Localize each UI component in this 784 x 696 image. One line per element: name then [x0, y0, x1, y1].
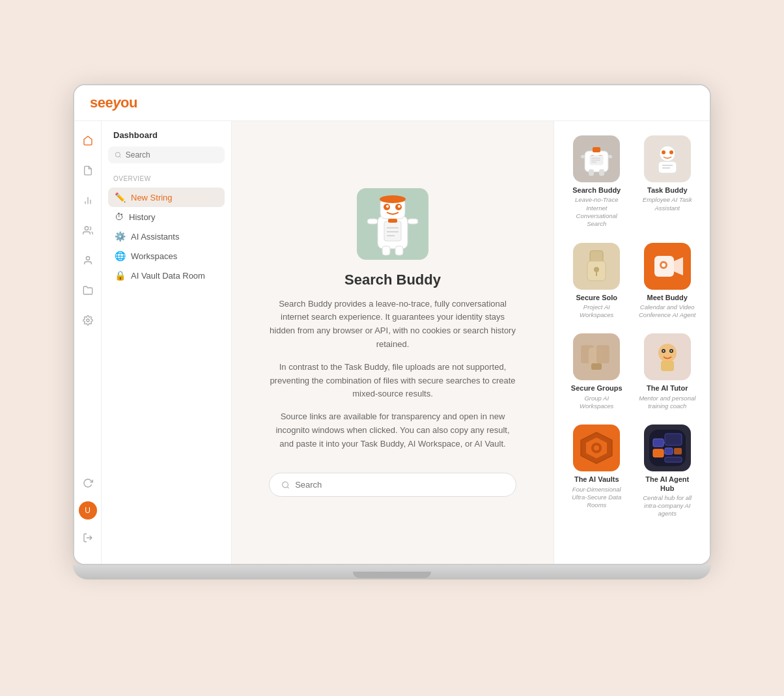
sidebar-item-ai-assistants[interactable]: ⚙️ AI Assistants: [108, 227, 225, 246]
svg-rect-71: [665, 434, 682, 445]
svg-point-41: [662, 150, 665, 154]
sidebar-icon-settings[interactable]: [79, 311, 97, 329]
search-buddy-mascot: [363, 191, 422, 257]
main-desc-2: In contrast to the Task Buddy, file uplo…: [269, 361, 516, 401]
svg-rect-25: [383, 198, 402, 201]
svg-line-8: [119, 156, 120, 158]
agent-name-ai-vaults: The AI Vaults: [574, 475, 619, 484]
svg-rect-63: [661, 361, 674, 371]
sidebar-icon-chart[interactable]: [79, 191, 97, 210]
agent-thumb-ai-vaults: [573, 425, 620, 471]
agent-name-task-buddy: Task Buddy: [647, 186, 688, 195]
sidebar-search-container[interactable]: [108, 146, 225, 163]
svg-point-67: [594, 445, 599, 451]
agent-card-secure-solo[interactable]: Secure Solo Project AI Workspaces: [565, 239, 629, 324]
svg-marker-51: [674, 257, 683, 275]
svg-rect-43: [658, 161, 677, 173]
agent-thumb-secure-groups: [573, 333, 620, 380]
sidebar-icon-refresh[interactable]: [79, 474, 97, 492]
agent-thumb-meet-buddy: [644, 243, 691, 290]
svg-point-42: [669, 150, 673, 154]
history-icon: ⏱: [115, 212, 124, 222]
svg-point-62: [671, 350, 672, 352]
svg-point-5: [87, 319, 89, 322]
svg-point-26: [283, 482, 288, 488]
ai-vault-icon: 🔒: [115, 270, 126, 281]
main-search-input[interactable]: [295, 480, 504, 490]
agent-desc-meet-buddy: Calendar and Video Conference AI Agent: [638, 303, 697, 320]
ai-assistants-icon: ⚙️: [115, 231, 126, 242]
dashboard-title: Dashboard: [108, 130, 225, 146]
svg-point-48: [594, 267, 599, 272]
sidebar-item-ai-vault[interactable]: 🔒 AI Vault Data Room: [108, 266, 225, 285]
agent-thumb-ai-agent-hub: [644, 425, 691, 471]
svg-point-7: [115, 152, 120, 157]
svg-point-13: [386, 205, 389, 208]
svg-rect-32: [581, 155, 585, 158]
agent-name-secure-groups: Secure Groups: [571, 384, 623, 393]
sidebar-icon-group[interactable]: [79, 221, 97, 240]
svg-rect-73: [674, 448, 682, 454]
svg-rect-17: [382, 246, 390, 255]
svg-rect-18: [395, 246, 403, 255]
svg-point-14: [398, 205, 400, 208]
agent-name-meet-buddy: Meet Buddy: [647, 294, 688, 302]
agent-card-ai-agent-hub[interactable]: The AI Agent Hub Central hub for all int…: [636, 421, 700, 522]
logo: seeyou: [90, 94, 137, 111]
agent-name-secure-solo: Secure Solo: [576, 294, 617, 302]
svg-rect-35: [599, 169, 604, 176]
user-avatar[interactable]: U: [79, 501, 97, 520]
main-search-bar[interactable]: [269, 473, 516, 497]
main-content: Search Buddy Search Buddy provides a lea…: [232, 121, 553, 564]
svg-point-61: [663, 350, 664, 352]
agent-desc-search-buddy: Leave-no-Trace Internet Conversational S…: [567, 196, 626, 228]
svg-rect-33: [608, 155, 612, 158]
search-buddy-image: [357, 188, 428, 260]
svg-rect-34: [589, 169, 594, 176]
main-desc-1: Search Buddy provides a leave-no-trace, …: [269, 298, 516, 352]
svg-rect-31: [593, 147, 600, 152]
sidebar-item-history[interactable]: ⏱ History: [108, 207, 225, 227]
agent-desc-secure-solo: Project AI Workspaces: [567, 303, 626, 320]
svg-rect-16: [408, 219, 418, 224]
sidebar-icon-folder[interactable]: [79, 281, 97, 299]
agent-card-secure-groups[interactable]: Secure Groups Group AI Workspaces: [565, 329, 629, 414]
agent-thumb-search-buddy: [573, 135, 620, 182]
svg-rect-19: [384, 221, 401, 241]
sidebar-icon-home[interactable]: [79, 132, 97, 150]
svg-point-58: [658, 344, 677, 362]
sidebar-icon-doc[interactable]: [79, 161, 97, 180]
agent-name-ai-agent-hub: The AI Agent Hub: [638, 475, 697, 492]
agent-desc-ai-vaults: Four-Dimensional Ultra-Secure Data Rooms: [567, 486, 626, 510]
svg-rect-69: [653, 439, 664, 447]
agent-card-task-buddy[interactable]: Task Buddy Employee AI Task Assistant: [636, 132, 700, 232]
agent-desc-ai-agent-hub: Central hub for all intra-company AI age…: [638, 494, 697, 518]
main-title: Search Buddy: [344, 271, 441, 288]
svg-point-40: [660, 146, 675, 161]
new-string-icon: ✏️: [115, 192, 126, 202]
svg-rect-20: [388, 219, 397, 223]
sidebar-section-overview: Overview: [108, 173, 225, 185]
svg-rect-72: [665, 448, 673, 454]
agent-card-ai-tutor[interactable]: The AI Tutor Mentor and personal trainin…: [636, 329, 700, 414]
right-panel: Search Buddy Leave-no-Trace Internet Con…: [553, 121, 710, 564]
agent-card-ai-vaults[interactable]: The AI Vaults Four-Dimensional Ultra-Sec…: [565, 421, 629, 522]
sidebar-nav: Dashboard Overview ✏️ New String ⏱ Histo…: [102, 121, 232, 564]
sidebar-icon-user[interactable]: [79, 251, 97, 270]
agent-name-ai-tutor: The AI Tutor: [647, 384, 688, 393]
agent-thumb-ai-tutor: [644, 333, 691, 380]
agent-card-search-buddy[interactable]: Search Buddy Leave-no-Trace Internet Con…: [565, 132, 629, 232]
svg-rect-15: [367, 219, 378, 224]
agent-card-meet-buddy[interactable]: Meet Buddy Calendar and Video Conference…: [636, 239, 700, 324]
agent-grid: Search Buddy Leave-no-Trace Internet Con…: [565, 132, 699, 522]
sidebar-icons: U: [74, 121, 102, 564]
main-desc-3: Source links are available for transpare…: [269, 410, 516, 451]
sidebar-item-new-string[interactable]: ✏️ New String: [108, 188, 225, 207]
agent-desc-ai-tutor: Mentor and personal training coach: [638, 395, 697, 411]
sidebar-item-workspaces[interactable]: 🌐 Workspaces: [108, 246, 225, 266]
sidebar-icon-logout[interactable]: [79, 529, 97, 547]
svg-point-53: [662, 263, 665, 267]
svg-rect-57: [591, 363, 602, 370]
svg-point-4: [86, 257, 89, 260]
sidebar-search-input[interactable]: [126, 150, 218, 160]
